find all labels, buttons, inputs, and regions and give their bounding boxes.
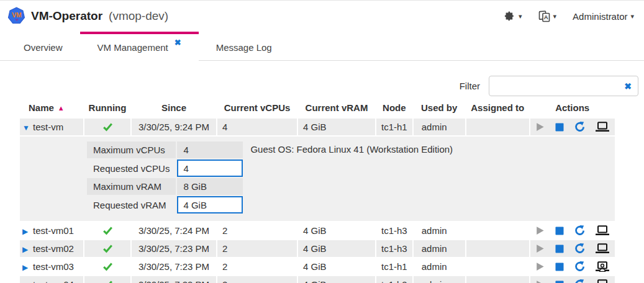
start-icon[interactable] xyxy=(535,279,545,283)
stop-icon[interactable] xyxy=(555,122,565,132)
table-row: ▶test-vm04 3/30/25, 7:23 PM 2 4 GiB tc1-… xyxy=(20,276,615,283)
detail-field-row: Requested vCPUs 4 xyxy=(87,159,243,177)
detail-fields-body: Maximum vCPUs 4 Requested vCPUs 4 Maximu… xyxy=(87,142,243,213)
table-row: ▶test-vm02 3/30/25, 7:23 PM 2 4 GiB tc1-… xyxy=(20,240,615,257)
used-by-value: admin xyxy=(414,222,465,239)
assigned-to-value xyxy=(466,222,529,239)
table-row: ▼test-vm 3/30/25, 9:24 PM 4 4 GiB tc1-h1… xyxy=(20,119,615,135)
stop-icon[interactable] xyxy=(555,262,565,272)
console-icon[interactable] xyxy=(595,279,610,283)
reset-icon[interactable] xyxy=(574,243,586,254)
sort-asc-icon: ▲ xyxy=(58,104,65,112)
console-icon[interactable] xyxy=(595,225,610,236)
column-header-running[interactable]: Running xyxy=(84,101,130,117)
detail-field-value: 4 xyxy=(183,145,237,155)
expand-toggle-icon[interactable]: ▶ xyxy=(22,227,33,236)
assigned-to-value xyxy=(466,276,529,283)
expand-toggle-icon[interactable]: ▼ xyxy=(22,124,33,132)
vm-name: test-vm01 xyxy=(33,225,74,236)
chevron-down-icon: ▾ xyxy=(553,12,557,20)
column-header-used-by[interactable]: Used by xyxy=(414,101,465,117)
reset-icon[interactable] xyxy=(574,121,586,133)
current-vram-value: 4 GiB xyxy=(298,258,375,275)
assigned-to-value xyxy=(466,258,529,275)
detail-field-label: Maximum vCPUs xyxy=(87,142,176,158)
tab-overview[interactable]: Overview xyxy=(6,32,80,60)
detail-row: Maximum vCPUs 4 Requested vCPUs 4 Maximu… xyxy=(20,137,615,221)
column-header-name[interactable]: Name▲ xyxy=(20,101,83,117)
assigned-to-value xyxy=(466,240,529,257)
stop-icon[interactable] xyxy=(555,280,565,283)
detail-field-label: Maximum vRAM xyxy=(87,178,176,195)
detail-field-input[interactable] xyxy=(177,159,243,177)
tab-close-icon[interactable]: ✖ xyxy=(175,38,181,47)
components-menu-button[interactable]: ▾ xyxy=(504,11,522,22)
vm-name: test-vm xyxy=(33,122,63,132)
language-icon: A xyxy=(538,11,550,22)
current-vcpus-value: 2 xyxy=(217,240,297,257)
language-menu-button[interactable]: A ▾ xyxy=(538,11,557,22)
app-header: VM VM-Operator (vmop-dev) ▾ A ▾ Administ… xyxy=(0,1,644,32)
detail-field-row: Requested vRAM 4 GiB xyxy=(87,196,243,213)
app-logo-icon: VM xyxy=(7,7,26,25)
column-header-current-vram[interactable]: Current vRAM xyxy=(298,101,375,117)
expand-toggle-icon[interactable]: ▶ xyxy=(22,263,33,272)
column-header-since[interactable]: Since xyxy=(132,101,216,117)
tab-vm-management[interactable]: VM Management ✖ xyxy=(80,32,199,61)
tab-message-log[interactable]: Message Log xyxy=(199,32,289,60)
stop-icon[interactable] xyxy=(555,244,565,254)
detail-fields-table: Maximum vCPUs 4 Requested vCPUs 4 Maximu… xyxy=(86,140,244,215)
filter-clear-icon[interactable]: ✖ xyxy=(624,82,632,91)
column-header-assigned-to[interactable]: Assigned to xyxy=(466,101,529,117)
expand-toggle-icon[interactable]: ▶ xyxy=(22,245,33,254)
start-icon[interactable] xyxy=(535,225,545,236)
column-header-node[interactable]: Node xyxy=(376,101,412,117)
guest-os-text: Guest OS: Fedora Linux 41 (Workstation E… xyxy=(250,140,453,155)
start-icon[interactable] xyxy=(535,243,545,254)
running-check-icon xyxy=(89,122,125,132)
current-vram-value: 4 GiB xyxy=(298,240,375,257)
since-value: 3/30/25, 7:23 PM xyxy=(132,240,216,257)
detail-field-input[interactable] xyxy=(177,196,243,213)
detail-field-label: Requested vCPUs xyxy=(87,159,176,177)
puzzle-icon xyxy=(504,11,515,22)
app-title: VM-Operator xyxy=(31,9,102,23)
table-row: ▶test-vm01 3/30/25, 7:24 PM 2 4 GiB tc1-… xyxy=(20,222,615,239)
reset-icon[interactable] xyxy=(574,225,586,236)
vm-name: test-vm04 xyxy=(33,279,74,283)
detail-field-label: Requested vRAM xyxy=(87,196,176,213)
used-by-value: admin xyxy=(414,119,465,135)
chevron-down-icon: ▾ xyxy=(630,12,634,20)
stop-icon[interactable] xyxy=(555,226,565,236)
filter-input[interactable] xyxy=(496,80,624,92)
console-icon[interactable] xyxy=(595,243,610,254)
vm-table-body: ▼test-vm 3/30/25, 9:24 PM 4 4 GiB tc1-h1… xyxy=(20,119,615,283)
detail-field-row: Maximum vRAM 8 GiB xyxy=(87,178,243,195)
used-by-value: admin xyxy=(414,258,465,275)
current-vram-value: 4 GiB xyxy=(298,276,375,283)
vm-name: test-vm03 xyxy=(33,261,74,272)
used-by-value: admin xyxy=(414,240,465,257)
start-icon[interactable] xyxy=(535,261,545,272)
current-vram-value: 4 GiB xyxy=(298,119,375,135)
since-value: 3/30/25, 9:24 PM xyxy=(132,119,216,135)
current-vcpus-value: 2 xyxy=(217,222,297,239)
node-value: tc1-h3 xyxy=(376,240,412,257)
vm-name: test-vm02 xyxy=(33,243,74,254)
node-value: tc1-h3 xyxy=(376,276,412,283)
reset-icon[interactable] xyxy=(574,261,586,272)
table-header-row: Name▲ Running Since Current vCPUs Curren… xyxy=(20,101,615,117)
column-header-current-vcpus[interactable]: Current vCPUs xyxy=(217,101,297,117)
running-check-icon xyxy=(89,280,125,283)
current-vcpus-value: 4 xyxy=(217,119,297,135)
console-icon[interactable] xyxy=(595,122,610,132)
tab-label: VM Management xyxy=(98,42,168,53)
console-user-icon[interactable] xyxy=(595,261,610,272)
since-value: 3/30/25, 7:23 PM xyxy=(132,258,216,275)
user-menu-button[interactable]: Administrator ▾ xyxy=(573,11,634,22)
start-icon[interactable] xyxy=(535,122,545,132)
running-check-icon xyxy=(89,226,125,235)
reset-icon[interactable] xyxy=(574,279,586,283)
detail-field-row: Maximum vCPUs 4 xyxy=(87,142,243,158)
current-vcpus-value: 2 xyxy=(217,258,297,275)
